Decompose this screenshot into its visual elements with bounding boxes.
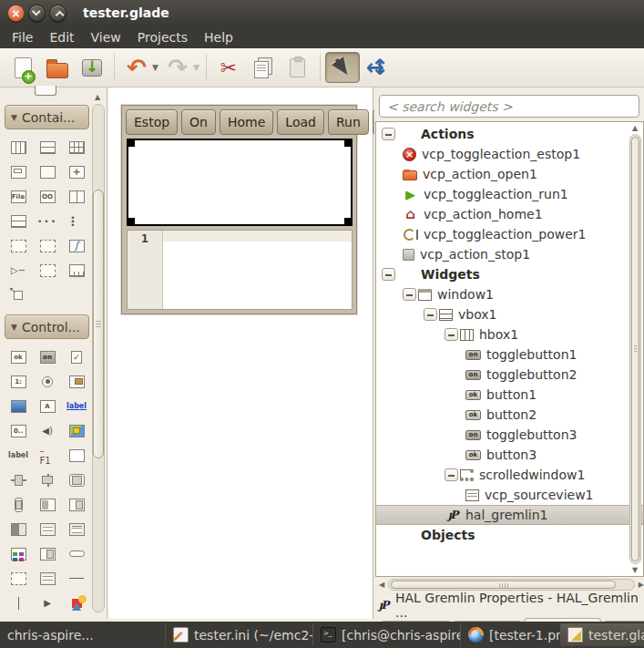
paste-button[interactable]	[281, 52, 315, 83]
palette-iconview[interactable]	[40, 233, 56, 258]
palette-comboboxentry[interactable]	[69, 492, 85, 517]
menu-help[interactable]: Help	[196, 27, 241, 47]
palette-label[interactable]: label	[11, 443, 26, 468]
open-button[interactable]	[40, 52, 75, 83]
palette-vscale[interactable]	[41, 468, 54, 492]
palette-hbox[interactable]	[11, 135, 26, 159]
design-button-home[interactable]: Home	[220, 109, 273, 135]
palette-toolbar[interactable]	[69, 258, 85, 283]
design-window1[interactable]: EstopOnHomeLoadRunStop 1	[121, 105, 357, 314]
palette-scrolledwindow[interactable]: ʃ	[69, 233, 85, 258]
expander-icon[interactable]	[382, 128, 395, 140]
tree-row-vcp-action-open1[interactable]: vcp_action_open1	[376, 164, 629, 184]
expander-icon[interactable]	[424, 308, 437, 321]
palette-hscrollbar[interactable]	[69, 468, 85, 492]
minimize-button[interactable]	[28, 5, 46, 22]
palette-volumebutton[interactable]: ◀)	[40, 418, 56, 443]
palette-arrow[interactable]	[40, 591, 56, 615]
save-button[interactable]	[75, 52, 109, 83]
palette-drawingarea[interactable]	[72, 591, 82, 615]
palette-progressbar[interactable]	[40, 492, 56, 517]
tree-row-vcp-sourceview1[interactable]: vcp_sourceview1	[376, 485, 629, 505]
palette-scrollbar-thumb[interactable]	[93, 190, 104, 458]
palette-fixed[interactable]	[69, 159, 85, 184]
source-text-area[interactable]	[163, 231, 352, 309]
drag-resize-button[interactable]	[360, 52, 394, 83]
tree-row-vcp-toggleaction-run1[interactable]: vcp_toggleaction_run1	[376, 184, 629, 204]
palette-spinbutton[interactable]: 0..	[11, 418, 26, 443]
tree-row-objects[interactable]: Objects	[376, 525, 629, 545]
scroll-up-arrow[interactable]: ▲	[95, 93, 100, 101]
tree-row-vcp-toggleaction-estop1[interactable]: vcp_toggleaction_estop1	[376, 144, 629, 164]
expander-icon[interactable]	[382, 268, 395, 281]
palette-radiobutton[interactable]	[42, 369, 53, 394]
tree-row-vbox1[interactable]: vbox1	[376, 304, 629, 324]
expander-icon[interactable]	[445, 468, 458, 481]
palette-entry-completion[interactable]: 1:	[11, 369, 26, 394]
palette-vscrollbar[interactable]	[15, 492, 23, 517]
palette-expander[interactable]: ▷−	[11, 258, 26, 283]
palette-hscale[interactable]	[11, 468, 26, 492]
tree-row-togglebutton1[interactable]: togglebutton1	[376, 345, 629, 365]
palette-textview[interactable]	[40, 517, 56, 541]
palette-switch[interactable]	[11, 517, 26, 541]
search-widgets-input[interactable]	[379, 95, 639, 118]
scroll-up-arrow[interactable]: ▲	[632, 124, 638, 132]
palette-hseparator[interactable]	[69, 566, 85, 591]
palette-calendar[interactable]	[11, 566, 26, 591]
palette-linkbutton[interactable]: label	[69, 394, 85, 418]
selection-handle[interactable]	[344, 139, 353, 147]
scroll-left-arrow[interactable]: ◀	[379, 581, 384, 589]
palette-combobox-text[interactable]	[40, 541, 56, 566]
menu-view[interactable]: View	[83, 27, 129, 47]
cut-button[interactable]: ✂	[211, 52, 246, 83]
expander-icon[interactable]	[403, 288, 416, 301]
tree-row-togglebutton2[interactable]: togglebutton2	[376, 365, 629, 385]
taskbar-item-tester-gla[interactable]: tester.gla...	[560, 623, 644, 646]
copy-button[interactable]	[246, 52, 281, 83]
palette-section-controls[interactable]: ▼ Control...	[5, 314, 89, 339]
palette-entry[interactable]	[69, 443, 85, 468]
tree-row-vcp-toggleaction-power1[interactable]: vcp_toggleaction_power1	[376, 224, 629, 244]
design-button-estop[interactable]: Estop	[126, 109, 178, 135]
tree-row-actions[interactable]: Actions	[376, 124, 629, 144]
tree-row-button2[interactable]: button2	[376, 405, 629, 425]
palette-togglebutton[interactable]: on	[40, 345, 56, 369]
palette-hpaned[interactable]	[69, 184, 85, 209]
selector-button[interactable]	[325, 52, 360, 83]
palette-vbuttonbox[interactable]: •••	[73, 209, 80, 233]
tree-row-hal-gremlin1[interactable]: hal_gremlin1	[376, 505, 643, 525]
tree-row-button3[interactable]: button3	[376, 445, 629, 465]
palette-image[interactable]	[69, 418, 85, 443]
palette-treeview[interactable]	[69, 517, 85, 541]
undo-button[interactable]: ↶	[119, 52, 154, 83]
palette-vbox[interactable]	[40, 135, 56, 159]
tree-row-scrolledwindow1[interactable]: scrolledwindow1	[376, 465, 629, 485]
tree-row-widgets[interactable]: Widgets	[376, 264, 629, 284]
palette-listbox[interactable]	[40, 566, 56, 591]
palette-fontbutton[interactable]: A	[40, 394, 56, 418]
palette-vpaned[interactable]	[11, 209, 26, 233]
vcp-sourceview-widget[interactable]: 1	[127, 230, 353, 310]
menu-edit[interactable]: Edit	[41, 27, 82, 47]
menu-file[interactable]: File	[4, 27, 41, 47]
expander-icon[interactable]	[445, 328, 458, 341]
toplevel-widget-icon[interactable]	[35, 86, 56, 96]
palette-accellabel[interactable]: –F1	[40, 443, 56, 468]
palette-button[interactable]: ok	[11, 345, 26, 369]
menu-projects[interactable]: Projects	[129, 27, 196, 47]
tree-vscrollbar-thumb[interactable]	[631, 137, 639, 561]
tree-row-button1[interactable]: button1	[376, 385, 629, 405]
close-button[interactable]: ×	[7, 5, 25, 22]
scroll-down-arrow[interactable]: ▼	[632, 566, 638, 574]
palette-iconview-display[interactable]	[11, 541, 26, 566]
tree-row-hbox1[interactable]: hbox1	[376, 324, 629, 345]
tree-row-window1[interactable]: window1	[376, 284, 629, 304]
palette-combobox[interactable]	[69, 369, 85, 394]
palette-section-containers[interactable]: ▼ Contai...	[5, 105, 89, 129]
selection-handle[interactable]	[344, 218, 353, 226]
tree-row-togglebutton3[interactable]: togglebutton3	[376, 425, 629, 445]
palette-alignment[interactable]	[14, 283, 23, 307]
palette-notebook[interactable]: OO	[40, 184, 56, 209]
palette-frame[interactable]	[11, 159, 26, 184]
